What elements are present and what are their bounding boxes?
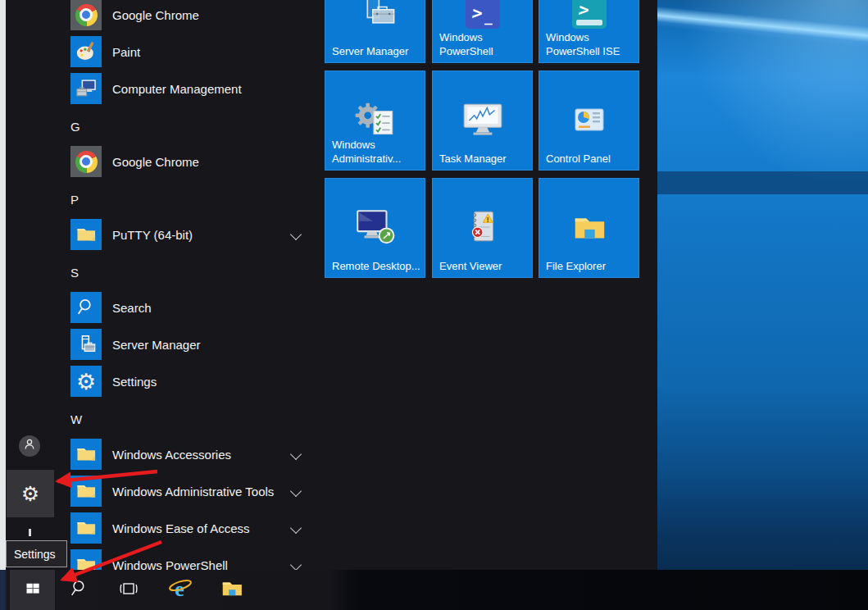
app-item-label: Server Manager (112, 338, 318, 352)
internet-explorer-button[interactable]: e (164, 570, 197, 610)
chrome-icon (70, 0, 102, 30)
file-explorer-icon (220, 576, 244, 604)
task-view-button[interactable] (112, 570, 145, 610)
computer-management-icon (70, 73, 102, 104)
app-list-item-putty-64-bit[interactable]: PuTTY (64-bit) (70, 218, 318, 251)
app-list-item-google-chrome[interactable]: Google Chrome (70, 145, 318, 178)
section-header-s[interactable]: S (70, 265, 79, 281)
settings-tooltip-text: Settings (14, 548, 56, 561)
app-item-label: Settings (112, 375, 318, 389)
file-explorer-button[interactable] (215, 570, 249, 610)
search-icon (69, 578, 90, 603)
app-list-item-windows-powershell[interactable]: Windows PowerShell (70, 549, 318, 570)
windows-start-menu-screen: Google Chrome Paint Computer ManagementG… (0, 0, 868, 610)
app-list-item-server-manager[interactable]: Server Manager (70, 328, 318, 361)
settings-rail-button[interactable]: ⚙ (7, 470, 54, 517)
app-item-label: Windows PowerShell (112, 558, 318, 571)
folder-icon (70, 512, 102, 544)
taskbar-search-button[interactable] (63, 570, 96, 610)
internet-explorer-icon: e (167, 576, 193, 604)
section-header-p[interactable]: P (70, 192, 79, 208)
taskbar: e (0, 570, 868, 610)
app-list-item-windows-administrative-tools[interactable]: Windows Administrative Tools (70, 475, 318, 508)
user-avatar-icon (22, 437, 37, 455)
app-list-item-paint[interactable]: Paint (70, 35, 318, 68)
folder-icon (70, 549, 102, 570)
app-item-label: Windows Accessories (112, 448, 318, 462)
start-button[interactable] (10, 570, 55, 610)
background-window-edge (0, 0, 6, 570)
folder-icon (70, 219, 102, 250)
power-icon-partial[interactable] (29, 529, 31, 536)
tile-label: Remote Desktop... (332, 259, 422, 273)
app-item-label: Google Chrome (112, 155, 318, 169)
folder-icon (70, 476, 102, 507)
tile-remote-desktop[interactable]: Remote Desktop... (325, 178, 425, 278)
tile-label: Control Panel (546, 152, 636, 166)
app-item-label: PuTTY (64-bit) (112, 228, 318, 242)
app-list-item-search[interactable]: Search (70, 291, 318, 324)
app-item-label: Search (112, 301, 318, 315)
wallpaper-dark-band (657, 171, 868, 194)
tile-windows-powershell[interactable]: >_Windows PowerShell (432, 0, 533, 63)
task-view-icon (118, 578, 139, 603)
app-item-label: Google Chrome (112, 8, 318, 22)
tile-label: Task Manager (439, 152, 529, 166)
tile-file-explorer[interactable]: File Explorer (539, 178, 639, 278)
app-list-item-windows-ease-of-access[interactable]: Windows Ease of Access (70, 512, 318, 544)
app-list-item-settings[interactable]: ⚙Settings (70, 365, 318, 398)
settings-gear-icon: ⚙ (70, 366, 102, 397)
tile-control-panel[interactable]: Control Panel (539, 71, 639, 171)
app-item-label: Windows Administrative Tools (112, 485, 318, 498)
settings-tooltip: Settings (6, 540, 67, 567)
search-app-icon (70, 292, 102, 323)
server-manager-icon (70, 329, 102, 360)
app-list-item-windows-accessories[interactable]: Windows Accessories (70, 438, 318, 471)
tile-label: Windows PowerShell (439, 30, 529, 58)
chrome-icon (70, 146, 102, 177)
windows-logo-icon (25, 580, 41, 600)
tile-task-manager[interactable]: Task Manager (432, 71, 533, 171)
paint-icon (70, 36, 102, 67)
app-list-item-google-chrome[interactable]: Google Chrome (70, 0, 318, 31)
section-header-w[interactable]: W (70, 412, 82, 428)
app-item-label: Paint (112, 45, 318, 59)
tile-event-viewer[interactable]: Event Viewer (432, 178, 533, 278)
tile-server-manager[interactable]: Server Manager (325, 0, 425, 63)
user-avatar-button[interactable] (19, 435, 40, 457)
tile-label: File Explorer (546, 259, 636, 273)
start-menu: Google Chrome Paint Computer ManagementG… (6, 0, 657, 570)
tile-windows-powershell-ise[interactable]: >_Windows PowerShell ISE (539, 0, 639, 63)
tile-label: Event Viewer (439, 259, 529, 273)
folder-icon (70, 439, 102, 470)
tile-label: Server Manager (332, 44, 422, 58)
desktop-wallpaper (657, 0, 868, 570)
tile-label: Windows PowerShell ISE (546, 30, 636, 58)
tile-windows-administrativ[interactable]: Windows Administrativ... (325, 71, 425, 171)
gear-icon: ⚙ (21, 484, 39, 504)
section-header-g[interactable]: G (70, 119, 80, 135)
app-item-label: Computer Management (112, 82, 318, 96)
tile-label: Windows Administrativ... (332, 138, 422, 166)
app-item-label: Windows Ease of Access (112, 521, 318, 535)
app-list-item-computer-management[interactable]: Computer Management (70, 72, 318, 105)
